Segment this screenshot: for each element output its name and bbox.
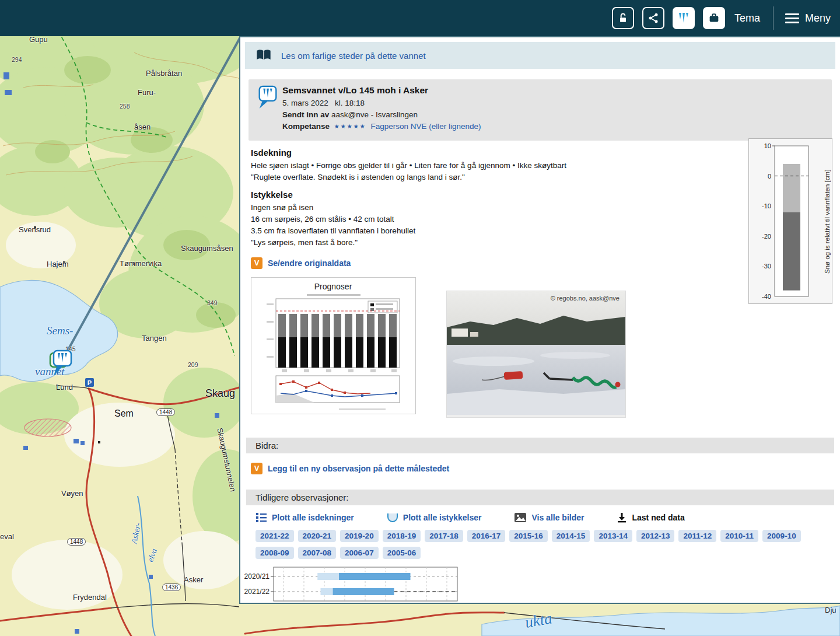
- season-link[interactable]: 2008-09: [256, 547, 294, 559]
- season-link[interactable]: 2014-15: [552, 530, 590, 542]
- prognoser-title: Prognoser: [314, 282, 352, 291]
- istykkelse-quote: "Lys sørpeis, men fast å bore.": [251, 237, 735, 249]
- share-icon: [648, 12, 659, 24]
- tidligere-section-header: Tidligere observasjoner:: [246, 490, 834, 505]
- map-label: Pålsbråtan: [146, 69, 182, 78]
- action-label: Vis alle bilder: [531, 513, 584, 522]
- icicle-pin-icon: [258, 85, 278, 110]
- gauge-tick-label: -40: [762, 293, 771, 300]
- action-label: Plott alle istykkelser: [403, 513, 482, 522]
- briefcase-icon: [708, 12, 720, 25]
- observation-competence: Kompetanse ★★★★★ Fagperson NVE (eller li…: [282, 122, 824, 131]
- season-link[interactable]: 2018-19: [383, 530, 421, 542]
- season-link[interactable]: 2015-16: [509, 530, 548, 542]
- gauge-axis-label: Snø og is relativt til vannflaten [cm]: [824, 146, 831, 298]
- timeline-bar-light: [321, 588, 333, 595]
- season-link[interactable]: 2012-13: [636, 530, 675, 542]
- lock-icon: [617, 12, 629, 24]
- road-number-badge: 1448: [67, 538, 86, 546]
- timeline-bar: [339, 573, 411, 580]
- gauge-ice-bar: [783, 212, 800, 291]
- season-link[interactable]: 2007-08: [298, 547, 337, 559]
- plot-isdekninger-button[interactable]: Plott alle isdekninger: [256, 512, 354, 523]
- season-link[interactable]: 2009-10: [762, 530, 801, 542]
- timeline-bar: [333, 588, 394, 595]
- isdekning-quote: "Ruglete overflate. Snødekt is i østende…: [251, 172, 735, 183]
- map-label: Skaugumsåsen: [181, 244, 233, 253]
- observation-actions: Plott alle isdekninger Plott alle istykk…: [256, 512, 840, 523]
- show-all-images-button[interactable]: Vis alle bilder: [514, 512, 584, 523]
- download-data-button[interactable]: Last ned data: [617, 512, 684, 523]
- observation-datetime: 5. mars 2022 kl. 18:18: [282, 99, 824, 107]
- season-link[interactable]: 2017-18: [425, 530, 463, 542]
- map-label: åsen: [134, 123, 150, 131]
- season-timeline-chart: 2020/21 2021/22 OKT NOV DES JAN FEB MAR …: [242, 565, 840, 604]
- season-link[interactable]: 2019-20: [340, 530, 379, 542]
- icicle-pin-icon: [49, 349, 74, 379]
- add-observation-link[interactable]: Legg til en ny observasjon på dette måle…: [268, 464, 449, 473]
- observation-sender: Sendt inn av aask@nve - Isvarslingen: [282, 110, 824, 119]
- competence-label: Kompetanse: [282, 122, 330, 131]
- prognoser-chart-image[interactable]: Prognoser: [251, 277, 416, 414]
- observation-title: Semsvannet v/Lo 145 moh i Asker: [282, 85, 824, 96]
- map-label: Gupu: [29, 35, 48, 44]
- istykkelse-heading: Istykkelse: [251, 190, 735, 200]
- season-links: 2021-22 2020-21 2019-20 2018-19 2017-18 …: [256, 530, 826, 559]
- season-link[interactable]: 2020-21: [298, 530, 337, 542]
- season-link[interactable]: 2013-14: [594, 530, 632, 542]
- map-label: Svensrud: [19, 225, 51, 234]
- season-link[interactable]: 2005-06: [383, 547, 421, 559]
- road-number-badge: 1436: [162, 583, 181, 591]
- observation-body: Isdekning Hele sjøen islagt • Forrige ob…: [251, 148, 735, 249]
- download-icon: [617, 512, 627, 523]
- danger-info-bar: Les om farlige steder på dette vannet: [245, 42, 835, 69]
- map-label: 294: [12, 56, 22, 63]
- isdekning-text: Hele sjøen islagt • Forrige obs gjelder …: [251, 160, 735, 172]
- danger-places-link[interactable]: Les om farlige steder på dette vannet: [281, 51, 426, 61]
- screen: Gupu 294 Pålsbråtan Furu- 258 åsen Svens…: [0, 0, 840, 636]
- observation-time: kl. 18:18: [335, 99, 365, 107]
- map-label-lake-name: Sems-: [47, 324, 73, 337]
- tema-button[interactable]: Tema: [734, 12, 760, 25]
- hamburger-icon: [785, 11, 799, 26]
- map-label: Sem: [114, 408, 134, 419]
- ice-thickness-icon: [387, 512, 398, 523]
- gauge-tick-label: -10: [762, 202, 771, 209]
- competence-link[interactable]: Fagperson NVE (eller lignende): [370, 122, 481, 131]
- bidra-section-header: Bidra:: [246, 438, 834, 453]
- briefcase-button[interactable]: [703, 7, 725, 29]
- season-link[interactable]: 2010-11: [720, 530, 758, 542]
- map-label: 349: [207, 299, 218, 306]
- season-link[interactable]: 2021-22: [256, 530, 294, 542]
- action-label: Plott alle isdekninger: [272, 513, 354, 522]
- add-observation-row: V Legg til en ny observasjon på dette må…: [251, 463, 840, 474]
- plot-istykkelser-button[interactable]: Plott alle istykkelser: [387, 512, 482, 523]
- menu-button[interactable]: Meny: [785, 11, 831, 26]
- originaldata-link[interactable]: Se/endre originaldata: [268, 258, 351, 268]
- map-label: Asker: [184, 575, 203, 584]
- timeline-row-label: 2021/22: [244, 588, 270, 596]
- top-bar: Tema Meny: [0, 0, 840, 36]
- lock-button[interactable]: [612, 7, 634, 29]
- gauge-tick-label: -30: [762, 263, 771, 270]
- regobs-icon: V: [251, 463, 262, 474]
- map-label: Dju: [825, 606, 836, 614]
- gauge-tick-label: -20: [762, 233, 771, 240]
- icicle-logo-button[interactable]: [673, 7, 695, 29]
- photo-credit: © regobs.no, aask@nve: [551, 295, 620, 302]
- season-link[interactable]: 2006-07: [340, 547, 379, 559]
- map-label: Tangen: [142, 334, 167, 343]
- season-link[interactable]: 2011-12: [678, 530, 716, 542]
- observation-photo[interactable]: © regobs.no, aask@nve: [446, 291, 626, 418]
- sent-by-value: aask@nve - Isvarslingen: [331, 110, 418, 119]
- menu-label: Meny: [805, 12, 831, 25]
- header-divider: [773, 6, 774, 30]
- icicle-logo-icon: [677, 11, 691, 25]
- timeline-row-label: 2020/21: [244, 572, 270, 581]
- map-label: Vøyen: [61, 489, 83, 498]
- ice-gauge: 10 0 -10 -20 -30 -40 Snø og is relativt …: [748, 138, 832, 304]
- competence-stars: ★★★★★: [334, 123, 366, 130]
- share-button[interactable]: [642, 7, 664, 29]
- map-marker-icicle[interactable]: [49, 349, 74, 382]
- season-link[interactable]: 2016-17: [467, 530, 506, 542]
